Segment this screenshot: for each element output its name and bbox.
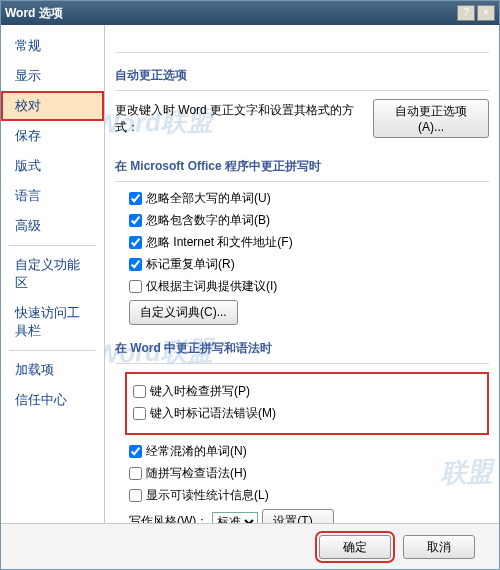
window-title: Word 选项 [5, 5, 63, 22]
sidebar-item-trust-center[interactable]: 信任中心 [1, 385, 104, 415]
footer: 确定 取消 [1, 523, 499, 569]
sidebar-item-quick-access[interactable]: 快速访问工具栏 [1, 298, 104, 346]
sidebar: 常规 显示 校对 保存 版式 语言 高级 自定义功能区 快速访问工具栏 加载项 … [1, 25, 105, 523]
ignore-numbers-label: 忽略包含数字的单词(B) [146, 212, 270, 229]
autocorrect-intro-text: 更改键入时 Word 更正文字和设置其格式的方式： [115, 102, 367, 136]
sidebar-item-advanced[interactable]: 高级 [1, 211, 104, 241]
confused-words-checkbox[interactable] [129, 445, 142, 458]
main-dict-only-checkbox[interactable] [129, 280, 142, 293]
sidebar-item-general[interactable]: 常规 [1, 31, 104, 61]
icon-bar [115, 29, 489, 53]
ignore-numbers-checkbox[interactable] [129, 214, 142, 227]
confused-words-label: 经常混淆的单词(N) [146, 443, 247, 460]
sidebar-item-addins[interactable]: 加载项 [1, 355, 104, 385]
section-autocorrect-head: 自动更正选项 [115, 57, 489, 91]
divider [9, 350, 96, 351]
title-bar: Word 选项 ? × [1, 1, 499, 25]
section-word-head: 在 Word 中更正拼写和语法时 [115, 330, 489, 364]
ignore-uppercase-checkbox[interactable] [129, 192, 142, 205]
main-dict-only-label: 仅根据主词典提供建议(I) [146, 278, 277, 295]
sidebar-item-typography[interactable]: 版式 [1, 151, 104, 181]
writing-style-label: 写作风格(W)： [129, 513, 208, 523]
divider [9, 245, 96, 246]
grammar-with-spelling-label: 随拼写检查语法(H) [146, 465, 247, 482]
check-spelling-typing-checkbox[interactable] [133, 385, 146, 398]
highlight-box-spellcheck: 键入时检查拼写(P) 键入时标记语法错误(M) [125, 372, 489, 435]
ok-button[interactable]: 确定 [319, 535, 391, 559]
ignore-internet-checkbox[interactable] [129, 236, 142, 249]
writing-style-settings-button[interactable]: 设置(T)... [262, 509, 333, 523]
ignore-uppercase-label: 忽略全部大写的单词(U) [146, 190, 271, 207]
sidebar-item-language[interactable]: 语言 [1, 181, 104, 211]
readability-stats-checkbox[interactable] [129, 489, 142, 502]
help-button[interactable]: ? [457, 5, 475, 21]
section-office-head: 在 Microsoft Office 程序中更正拼写时 [115, 148, 489, 182]
grammar-with-spelling-checkbox[interactable] [129, 467, 142, 480]
content-panel: Word联盟 Word联盟 联盟 自动更正选项 更改键入时 Word 更正文字和… [105, 25, 499, 523]
flag-repeated-checkbox[interactable] [129, 258, 142, 271]
autocorrect-options-button[interactable]: 自动更正选项(A)... [373, 99, 489, 138]
sidebar-item-save[interactable]: 保存 [1, 121, 104, 151]
custom-dictionaries-button[interactable]: 自定义词典(C)... [129, 300, 238, 325]
mark-grammar-typing-label: 键入时标记语法错误(M) [150, 405, 276, 422]
mark-grammar-typing-checkbox[interactable] [133, 407, 146, 420]
close-button[interactable]: × [477, 5, 495, 21]
sidebar-item-proofing[interactable]: 校对 [1, 91, 104, 121]
writing-style-select[interactable]: 标准 [212, 512, 258, 524]
readability-stats-label: 显示可读性统计信息(L) [146, 487, 269, 504]
check-spelling-typing-label: 键入时检查拼写(P) [150, 383, 250, 400]
sidebar-item-display[interactable]: 显示 [1, 61, 104, 91]
cancel-button[interactable]: 取消 [403, 535, 475, 559]
flag-repeated-label: 标记重复单词(R) [146, 256, 235, 273]
sidebar-item-customize-ribbon[interactable]: 自定义功能区 [1, 250, 104, 298]
ignore-internet-label: 忽略 Internet 和文件地址(F) [146, 234, 293, 251]
